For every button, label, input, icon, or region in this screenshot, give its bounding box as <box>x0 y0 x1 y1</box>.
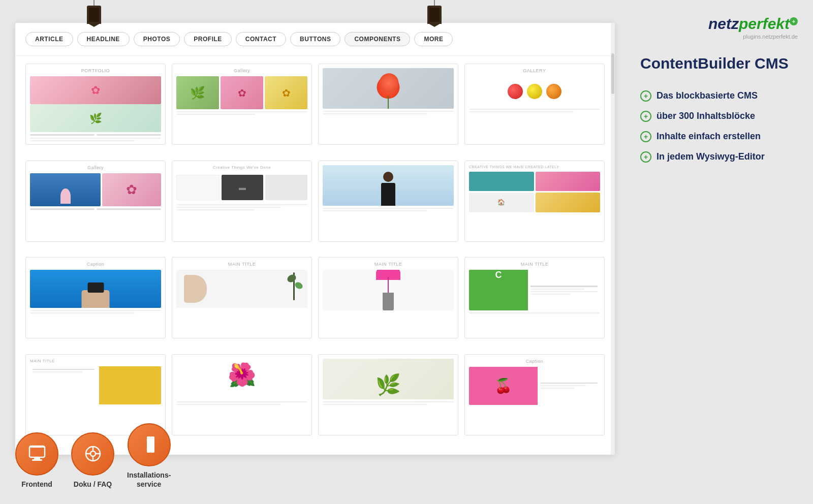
binder-clip-right <box>427 0 442 24</box>
btn-doku-faq[interactable]: Doku / FAQ <box>71 432 114 489</box>
gallery-item-red-flowers[interactable]: 🌺 <box>172 354 312 435</box>
branch-photo <box>176 270 307 308</box>
cactus-photo: 🌿 <box>323 359 454 399</box>
item-title-6: Creative Things We've Done <box>176 165 307 170</box>
doku-label: Doku / FAQ <box>74 480 112 489</box>
logo-plus-icon: + <box>790 17 798 25</box>
leaf-2 <box>294 281 304 290</box>
item-title-4: GALLERY <box>469 68 600 73</box>
tab-more[interactable]: MORE <box>414 32 453 46</box>
gallery-item-umbrella[interactable]: MAIN TITLE <box>318 257 458 338</box>
gallery-flowers <box>176 76 307 109</box>
creative-grid <box>469 172 600 212</box>
umbrella-pole <box>388 280 389 293</box>
tulip-pink <box>102 173 161 206</box>
item-title-9: Caption <box>30 262 161 267</box>
svg-rect-1 <box>34 457 40 459</box>
gallery-grid: PORTFOLIO <box>15 56 615 452</box>
tab-headline[interactable]: HEADLINE <box>77 32 130 46</box>
portfolio-img-2 <box>30 104 161 132</box>
right-sidebar: netzperfekt+ plugins.netzperfekt.de Cont… <box>630 0 813 504</box>
umbrella-figure <box>383 293 394 310</box>
portfolio-images <box>30 76 161 132</box>
tulip-gallery <box>30 173 161 206</box>
item-title-11: MAIN TITLE <box>323 262 454 267</box>
tab-profile[interactable]: PROFILE <box>184 32 232 46</box>
svg-rect-3 <box>29 446 45 448</box>
gallery-item-green-card[interactable]: MAIN TITLE C <box>464 257 605 338</box>
btn-installationsservice[interactable]: Installations- service <box>127 423 171 489</box>
gallery-item-poppy[interactable] <box>318 64 458 145</box>
gallery-item-cherry[interactable]: Caption 🍒 <box>464 354 605 435</box>
binder-clip-left <box>86 0 102 24</box>
feature-text-2: über 300 Inhaltsblöcke <box>656 111 755 121</box>
person-torso <box>381 183 395 206</box>
logo-netz: netz <box>708 15 739 32</box>
ci-img-2 <box>222 175 264 200</box>
nav-tabs: ARTICLE HEADLINE PHOTOS PROFILE CONTACT … <box>15 23 615 56</box>
feature-list: + Das blockbasierte CMS + über 300 Inhal… <box>640 90 765 163</box>
poppy-shape <box>377 76 400 99</box>
feature-text-4: In jedem Wysiwyg-Editor <box>656 151 765 162</box>
portfolio-img-1 <box>30 76 161 104</box>
item-title-8: CREATIVE THINGS WE HAVE CREATED LATELY <box>469 165 600 169</box>
install-icon <box>139 435 159 454</box>
camera-body <box>87 282 104 293</box>
clip-body-left <box>87 6 101 24</box>
gallery-item-creative-grid[interactable]: CREATIVE THINGS WE HAVE CREATED LATELY <box>464 161 605 242</box>
feature-icon-3: + <box>640 131 651 142</box>
gallery-item-creative-1[interactable]: Creative Things We've Done <box>172 161 312 242</box>
frontend-label: Frontend <box>21 480 52 489</box>
green-card: C <box>469 270 600 310</box>
svg-point-5 <box>90 451 96 456</box>
feature-icon-4: + <box>640 151 651 163</box>
doku-icon <box>83 444 103 463</box>
item-title-12: MAIN TITLE <box>469 262 600 267</box>
gallery-item-portfolio[interactable]: PORTFOLIO <box>25 64 166 145</box>
clip-string-left <box>93 0 95 6</box>
gallery-item-camera[interactable]: Caption <box>25 257 166 338</box>
tab-contact[interactable]: CONTACT <box>236 32 286 46</box>
feature-item-1: + Das blockbasierte CMS <box>640 90 765 102</box>
gallery-item-gallery-1[interactable]: Gallery <box>172 64 312 145</box>
clip-string-right <box>434 0 435 6</box>
cactus-emoji: 🌿 <box>376 373 401 397</box>
red-flowers-photo: 🌺 <box>176 359 307 399</box>
poppy-stem <box>388 96 389 109</box>
ball-orange <box>546 84 561 99</box>
green-section: C <box>469 270 528 310</box>
tab-article[interactable]: ARTICLE <box>25 32 73 46</box>
item-title-2: Gallery <box>176 68 307 73</box>
left-area: ARTICLE HEADLINE PHOTOS PROFILE CONTACT … <box>0 0 630 504</box>
btn-frontend[interactable]: Frontend <box>15 432 58 489</box>
gallery-item-tulip[interactable]: Gallery <box>25 161 166 242</box>
poppy-photo <box>323 68 454 109</box>
gallery-item-branch[interactable]: MAIN TITLE <box>172 257 312 338</box>
yellow-card <box>30 366 161 404</box>
logo: netzperfekt+ <box>640 15 798 32</box>
green-letter: C <box>469 270 528 280</box>
scrollbar[interactable] <box>611 23 615 455</box>
gallery-item-person[interactable] <box>318 161 458 242</box>
item-title-1: PORTFOLIO <box>30 68 161 73</box>
umbrella-person <box>376 270 400 310</box>
hand-shape <box>184 275 207 303</box>
feature-item-3: + Inhalte einfach erstellen <box>640 131 765 142</box>
frontend-icon <box>27 444 47 463</box>
tab-buttons[interactable]: BUTTONS <box>290 32 340 46</box>
person-head <box>383 172 393 182</box>
install-icon-circle <box>128 423 171 466</box>
ci-img-3 <box>265 175 307 200</box>
tab-photos[interactable]: PHOTOS <box>134 32 180 46</box>
gallery-item-balls[interactable]: GALLERY <box>464 64 605 145</box>
feature-text-1: Das blockbasierte CMS <box>656 90 758 101</box>
flower-img-green <box>176 76 219 109</box>
svg-rect-0 <box>29 446 45 457</box>
cherry-text <box>538 367 600 405</box>
twig <box>293 272 295 300</box>
gallery-item-cactus[interactable]: 🌿 <box>318 354 458 435</box>
ball-yellow <box>527 84 542 99</box>
logo-perfekt: perfekt <box>739 15 790 32</box>
ball-red <box>508 84 523 99</box>
tab-components[interactable]: COMPONENTS <box>345 32 410 46</box>
